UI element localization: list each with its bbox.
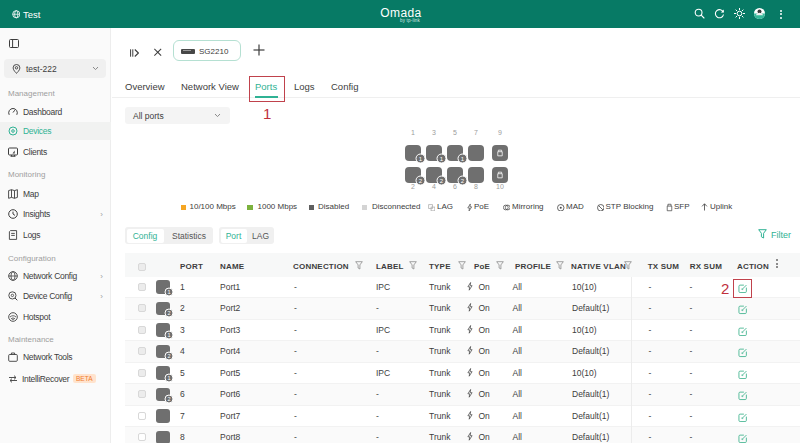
- svg-text:1: 1: [167, 289, 170, 295]
- svg-text:1: 1: [167, 375, 170, 381]
- svg-text:2: 2: [167, 353, 170, 359]
- svg-text:1: 1: [167, 332, 170, 338]
- svg-text:2: 2: [167, 396, 170, 402]
- svg-text:2: 2: [167, 310, 170, 316]
